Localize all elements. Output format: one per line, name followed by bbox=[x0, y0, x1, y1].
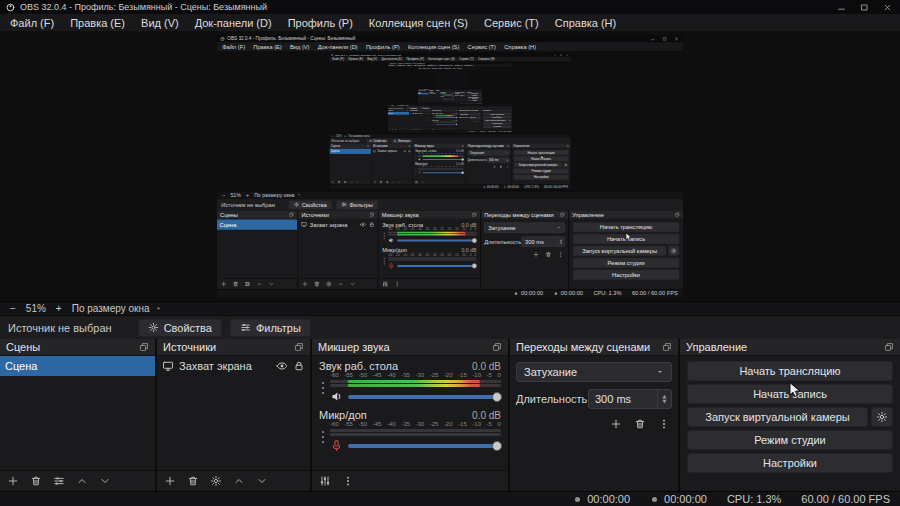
menu-file[interactable]: Файл (F) bbox=[2, 17, 62, 29]
channel-menu-dots[interactable] bbox=[319, 372, 327, 403]
meter-scale: -60-55-50-45-40-35-30-25-20-15-10-50 bbox=[330, 421, 501, 428]
speaker-icon[interactable] bbox=[330, 390, 343, 403]
record-status-icon bbox=[650, 495, 659, 504]
remove-source-icon[interactable] bbox=[187, 475, 199, 487]
mic-muted-icon[interactable] bbox=[330, 439, 343, 452]
gear-icon bbox=[148, 322, 159, 333]
properties-button[interactable]: Свойства bbox=[138, 319, 222, 337]
kebab-icon bbox=[319, 380, 327, 396]
scene-item[interactable]: Сцена bbox=[0, 356, 155, 376]
mixer-menu-kebab-icon[interactable] bbox=[342, 475, 354, 487]
source-item[interactable]: Захват экрана bbox=[157, 356, 310, 376]
record-timer: 00:00:00 bbox=[650, 493, 707, 505]
duration-spinbox[interactable]: 300 ms ▲▼ bbox=[588, 389, 672, 409]
close-icon[interactable] bbox=[883, 3, 892, 12]
dock-options-icon[interactable] bbox=[294, 342, 304, 352]
transitions-dock-header[interactable]: Переходы между сценами bbox=[510, 339, 678, 356]
remove-transition-icon[interactable] bbox=[634, 418, 646, 430]
add-transition-icon[interactable] bbox=[610, 418, 622, 430]
preview-area: OBS 32.0.4 - Профиль: Безымянный - Сцены… bbox=[0, 31, 900, 301]
scene-down-icon[interactable] bbox=[99, 475, 111, 487]
channel-name: Микр/доп bbox=[319, 409, 367, 421]
titlebar: OBS 32.0.4 - Профиль: Безымянный - Сцены… bbox=[0, 0, 900, 14]
volume-slider[interactable] bbox=[348, 444, 501, 448]
sources-dock-header[interactable]: Источники bbox=[157, 339, 310, 356]
dock-options-icon[interactable] bbox=[492, 342, 502, 352]
add-scene-icon[interactable] bbox=[7, 475, 19, 487]
dock-options-icon[interactable] bbox=[662, 342, 672, 352]
controls-dock: Управление Начать трансляцию Начать запи… bbox=[680, 339, 900, 491]
gear-icon bbox=[876, 411, 888, 423]
docks-row: Сцены Сцена Источники bbox=[0, 339, 900, 491]
virtual-camera-settings-button[interactable] bbox=[871, 407, 893, 427]
add-source-icon[interactable] bbox=[164, 475, 176, 487]
scene-filters-icon[interactable] bbox=[53, 475, 65, 487]
channel-name: Звук раб. стола bbox=[319, 360, 398, 372]
preview-canvas[interactable]: OBS 32.0.4 - Профиль: Безымянный - Сцены… bbox=[217, 35, 683, 297]
mixer-toolbar bbox=[312, 470, 508, 491]
volume-meter bbox=[330, 380, 501, 383]
menu-edit[interactable]: Правка (E) bbox=[62, 17, 133, 29]
spin-arrows[interactable]: ▲▼ bbox=[657, 390, 671, 408]
mixer-channel-mic: Микр/доп 0.0 dB -60-55-50-45-40-35-30-25… bbox=[317, 408, 503, 452]
zoom-in-button[interactable]: + bbox=[54, 303, 64, 314]
chevron-down-icon bbox=[656, 368, 664, 376]
transition-menu-kebab-icon[interactable] bbox=[658, 418, 670, 430]
maximize-icon[interactable] bbox=[860, 3, 869, 12]
start-recording-button[interactable]: Начать запись bbox=[687, 384, 893, 404]
preview-zoom-bar: − 51% + По размеру окна bbox=[0, 301, 900, 315]
menu-scene-collection[interactable]: Коллекция сцен (S) bbox=[361, 17, 476, 29]
volume-slider[interactable] bbox=[348, 395, 501, 399]
obs-window: OBS 32.0.4 - Профиль: Безымянный - Сцены… bbox=[0, 0, 900, 506]
slider-knob[interactable] bbox=[492, 392, 502, 402]
obs-window: OBS 32.0.4 - Профиль: Безымянный - Сцены… bbox=[388, 63, 513, 133]
controls-dock-header[interactable]: Управление bbox=[680, 339, 900, 356]
source-toolbar: Источник не выбран Свойства Фильтры bbox=[0, 315, 900, 339]
duration-label: Длительность bbox=[516, 393, 587, 405]
source-properties-icon[interactable] bbox=[210, 475, 222, 487]
menu-view[interactable]: Вид (V) bbox=[133, 17, 187, 29]
studio-mode-button[interactable]: Режим студии bbox=[687, 430, 893, 450]
lock-icon[interactable] bbox=[293, 360, 305, 372]
stream-timer: 00:00:00 bbox=[573, 493, 630, 505]
slider-knob[interactable] bbox=[492, 441, 502, 451]
dock-options-icon[interactable] bbox=[139, 342, 149, 352]
transitions-dock: Переходы между сценами Затухание Длитель… bbox=[510, 339, 678, 491]
cpu-usage: CPU: 1.3% bbox=[727, 493, 781, 505]
transitions-body: Затухание Длительность 300 ms ▲▼ bbox=[510, 356, 678, 491]
mixer-dock-header[interactable]: Микшер звука bbox=[312, 339, 508, 356]
preview-screen-capture: OBS 32.0.4 - Профиль: Безымянный - Сцены… bbox=[388, 63, 513, 133]
scene-up-icon[interactable] bbox=[76, 475, 88, 487]
start-streaming-button[interactable]: Начать трансляцию bbox=[687, 361, 893, 381]
preview-screen-capture: OBS 32.0.4 - Профиль: Безымянный - Сцены… bbox=[418, 67, 483, 103]
dock-options-icon[interactable] bbox=[884, 342, 894, 352]
transition-select[interactable]: Затухание bbox=[516, 362, 672, 382]
start-virtual-camera-button[interactable]: Запуск виртуальной камеры bbox=[687, 407, 868, 427]
obs-window: OBS 32.0.4 - Профиль: Безымянный - Сцены… bbox=[217, 35, 683, 297]
volume-meter bbox=[330, 384, 501, 387]
fit-to-window-dropdown[interactable]: По размеру окна bbox=[72, 303, 162, 314]
menu-docks[interactable]: Док-панели (D) bbox=[187, 17, 280, 29]
menu-help[interactable]: Справка (H) bbox=[547, 17, 624, 29]
obs-window: OBS 32.0.4 - Профиль: Безымянный - Сцены… bbox=[329, 53, 570, 189]
menu-tools[interactable]: Сервис (T) bbox=[476, 17, 547, 29]
sources-dock: Источники Захват экрана bbox=[157, 339, 310, 491]
preview-screen-capture: OBS 32.0.4 - Профиль: Безымянный - Сцены… bbox=[329, 53, 570, 189]
sources-list: Захват экрана bbox=[157, 356, 310, 470]
channel-db: 0.0 dB bbox=[472, 410, 501, 421]
filters-button[interactable]: Фильтры bbox=[230, 319, 311, 337]
scenes-list: Сцена bbox=[0, 356, 155, 470]
scenes-dock-header[interactable]: Сцены bbox=[0, 339, 155, 356]
source-up-icon[interactable] bbox=[233, 475, 245, 487]
remove-scene-icon[interactable] bbox=[30, 475, 42, 487]
minimize-icon[interactable] bbox=[837, 3, 846, 12]
menu-profile[interactable]: Профиль (P) bbox=[280, 17, 361, 29]
channel-menu-dots[interactable] bbox=[319, 421, 327, 452]
visibility-eye-icon[interactable] bbox=[276, 360, 288, 372]
settings-button[interactable]: Настройки bbox=[687, 453, 893, 473]
scenes-toolbar bbox=[0, 470, 155, 491]
advanced-audio-icon[interactable] bbox=[319, 475, 331, 487]
zoom-out-button[interactable]: − bbox=[8, 303, 18, 314]
sources-toolbar bbox=[157, 470, 310, 491]
source-down-icon[interactable] bbox=[256, 475, 268, 487]
